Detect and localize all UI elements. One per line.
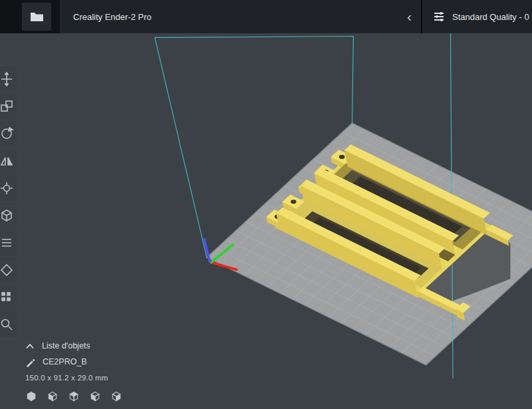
tool-mirror-button[interactable] bbox=[0, 148, 18, 175]
open-file-button[interactable] bbox=[22, 3, 51, 31]
tool-custom-tool-3-button[interactable] bbox=[0, 311, 18, 339]
custom-tool-3-icon bbox=[0, 317, 14, 332]
tool-custom-tool-2-button[interactable] bbox=[0, 284, 18, 311]
printer-selector[interactable]: Creality Ender-2 Pro ‹ bbox=[60, 0, 422, 33]
per-model-settings-icon bbox=[0, 181, 14, 196]
object-list-item[interactable]: CE2PRO_B bbox=[25, 355, 122, 368]
custom-tool-2-icon bbox=[0, 290, 14, 305]
print-settings-selector[interactable]: Standard Quality - 0 bbox=[422, 0, 532, 33]
pencil-icon bbox=[25, 357, 35, 367]
view-front-icon bbox=[47, 390, 59, 402]
custom-tool-1-icon bbox=[0, 263, 14, 277]
object-list-title: Liste d'objets bbox=[42, 341, 90, 350]
layer-tool-icon bbox=[0, 235, 14, 250]
view-right-button[interactable] bbox=[110, 390, 122, 402]
caret-up-icon bbox=[25, 343, 35, 349]
tool-rotate-button[interactable] bbox=[0, 120, 18, 148]
view-3d-icon bbox=[25, 390, 37, 402]
tool-per-model-settings-button[interactable] bbox=[0, 175, 18, 202]
scale-icon bbox=[0, 99, 14, 114]
view-left-button[interactable] bbox=[89, 390, 101, 402]
print-settings-icon bbox=[433, 11, 445, 23]
object-dimensions: 150.0 x 91.2 x 29.0 mm bbox=[25, 374, 122, 382]
printer-name: Creality Ender-2 Pro bbox=[73, 12, 152, 22]
rotate-icon bbox=[0, 126, 14, 141]
chevron-left-icon: ‹ bbox=[407, 9, 412, 23]
move-icon bbox=[0, 72, 14, 86]
object-list-panel: Liste d'objets CE2PRO_B 150.0 x 91.2 x 2… bbox=[25, 339, 122, 402]
folder-open-icon bbox=[30, 11, 44, 22]
mirror-icon bbox=[0, 154, 14, 168]
view-top-button[interactable] bbox=[68, 390, 80, 402]
tool-custom-tool-1-button[interactable] bbox=[0, 257, 18, 284]
tool-strip bbox=[0, 65, 18, 339]
view-front-button[interactable] bbox=[47, 390, 59, 402]
tool-layer-tool-button[interactable] bbox=[0, 229, 18, 257]
support-blocker-icon bbox=[0, 208, 14, 223]
tool-move-button[interactable] bbox=[0, 65, 18, 93]
object-name: CE2PRO_B bbox=[43, 357, 87, 366]
tool-scale-button[interactable] bbox=[0, 93, 18, 120]
view-preset-row bbox=[25, 390, 122, 402]
top-toolbar: Creality Ender-2 Pro ‹ Standard Quality … bbox=[0, 0, 532, 33]
view-right-icon bbox=[110, 390, 122, 402]
view-top-icon bbox=[68, 390, 80, 402]
view-3d-button[interactable] bbox=[25, 390, 37, 402]
view-left-icon bbox=[89, 390, 101, 402]
print-settings-label: Standard Quality - 0 bbox=[452, 12, 529, 22]
tool-support-blocker-button[interactable] bbox=[0, 202, 18, 229]
object-list-header[interactable]: Liste d'objets bbox=[25, 339, 122, 352]
